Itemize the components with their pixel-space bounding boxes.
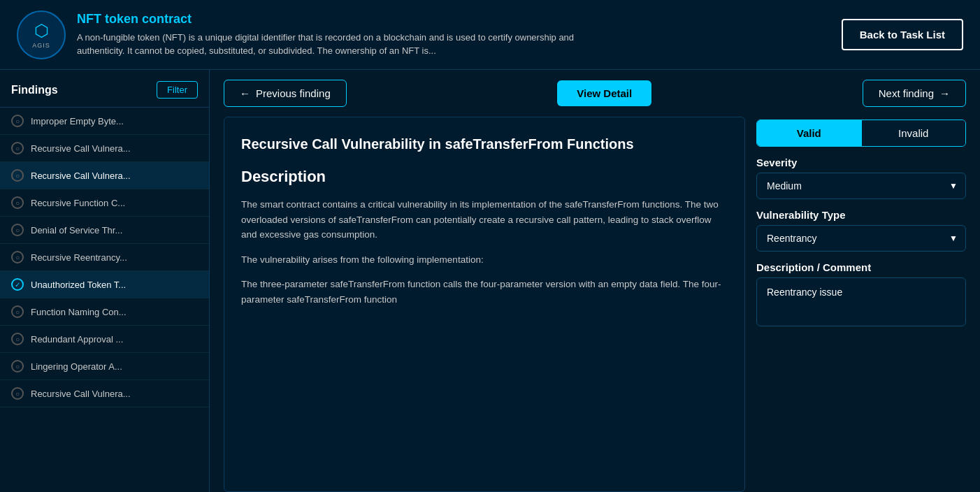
contract-description: A non-fungible token (NFT) is a unique d…	[77, 31, 622, 58]
header-info: NFT token contract A non-fungible token …	[77, 12, 622, 58]
next-finding-button[interactable]: Next finding →	[863, 80, 966, 107]
back-to-tasklist-button[interactable]: Back to Task List	[842, 19, 963, 50]
logo-text: AGIS	[32, 42, 50, 49]
right-panel: Valid Invalid Severity LowMediumHighCrit…	[756, 117, 966, 492]
severity-section: Severity LowMediumHighCritical ▼	[756, 157, 966, 199]
vuln-type-select[interactable]: ReentrancyInteger OverflowAccess Control…	[756, 225, 966, 252]
list-item-label: Lingering Operator A...	[31, 361, 122, 372]
list-item[interactable]: ○Redundant Approval ...	[0, 326, 209, 353]
comment-label: Description / Comment	[756, 261, 966, 273]
list-item-label: Recursive Reentrancy...	[31, 252, 127, 263]
finding-title: Recursive Call Vulnerability in safeTran…	[241, 134, 728, 154]
prev-label: Previous finding	[256, 87, 331, 99]
list-item-label: Recursive Call Vulnera...	[31, 389, 131, 399]
valid-button[interactable]: Valid	[757, 120, 861, 146]
finding-detail: Recursive Call Vulnerability in safeTran…	[224, 117, 745, 492]
severity-label: Severity	[756, 157, 966, 168]
clock-icon: ○	[11, 333, 24, 345]
finding-paragraph: The smart contract contains a critical v…	[241, 197, 728, 243]
list-item-label: Recursive Call Vulnera...	[31, 143, 131, 154]
previous-finding-button[interactable]: ← Previous finding	[224, 80, 347, 107]
vuln-type-label: Vulnerability Type	[756, 209, 966, 221]
nav-bar: ← Previous finding View Detail Next find…	[210, 70, 980, 117]
list-item[interactable]: ○Improper Empty Byte...	[0, 108, 209, 135]
vuln-type-section: Vulnerability Type ReentrancyInteger Ove…	[756, 209, 966, 252]
list-item[interactable]: ○Function Naming Con...	[0, 298, 209, 326]
logo-icon: ⬡	[34, 21, 49, 41]
list-item-label: Recursive Call Vulnera...	[31, 171, 131, 181]
validity-toggle[interactable]: Valid Invalid	[756, 120, 966, 147]
list-item-label: Redundant Approval ...	[31, 334, 123, 345]
list-item-label: Denial of Service Thr...	[31, 225, 122, 236]
list-item-label: Unauthorized Token T...	[31, 280, 126, 290]
clock-icon: ○	[11, 360, 24, 372]
header-left: ⬡ AGIS NFT token contract A non-fungible…	[17, 10, 622, 59]
vuln-type-select-wrapper[interactable]: ReentrancyInteger OverflowAccess Control…	[756, 225, 966, 252]
list-item[interactable]: ○Recursive Call Vulnera...	[0, 162, 209, 189]
list-item[interactable]: ○Recursive Function C...	[0, 189, 209, 217]
clock-icon: ○	[11, 196, 24, 209]
clock-icon: ○	[11, 305, 24, 318]
severity-select-wrapper[interactable]: LowMediumHighCritical ▼	[756, 173, 966, 199]
finding-section-title: Description	[241, 168, 728, 186]
finding-body: The smart contract contains a critical v…	[241, 197, 728, 308]
findings-list: ○Improper Empty Byte...○Recursive Call V…	[0, 108, 209, 492]
main-area: Findings Filter ○Improper Empty Byte...○…	[0, 70, 980, 492]
filter-button[interactable]: Filter	[157, 81, 198, 99]
list-item[interactable]: ○Recursive Call Vulnera...	[0, 135, 209, 162]
comment-section: Description / Comment	[756, 261, 966, 329]
list-item-label: Function Naming Con...	[31, 307, 127, 317]
content-area: ← Previous finding View Detail Next find…	[210, 70, 980, 492]
next-label: Next finding	[879, 87, 934, 99]
clock-icon: ○	[11, 142, 24, 154]
clock-icon: ○	[11, 115, 24, 127]
list-item-label: Improper Empty Byte...	[31, 116, 124, 126]
finding-paragraph: The three-parameter safeTransferFrom fun…	[241, 277, 728, 307]
sidebar-header: Findings Filter	[0, 70, 209, 108]
clock-icon: ○	[11, 387, 24, 400]
logo: ⬡ AGIS	[17, 10, 66, 59]
list-item[interactable]: ○Denial of Service Thr...	[0, 217, 209, 244]
invalid-button[interactable]: Invalid	[861, 120, 966, 146]
check-circle-icon: ✓	[11, 278, 24, 291]
list-item-label: Recursive Function C...	[31, 198, 125, 208]
clock-icon: ○	[11, 224, 24, 236]
sidebar: Findings Filter ○Improper Empty Byte...○…	[0, 70, 210, 492]
finding-paragraph: The vulnerability arises from the follow…	[241, 252, 728, 268]
clock-icon: ○	[11, 251, 24, 263]
header: ⬡ AGIS NFT token contract A non-fungible…	[0, 0, 980, 70]
sidebar-title: Findings	[11, 84, 58, 96]
view-detail-button[interactable]: View Detail	[557, 80, 651, 106]
arrow-left-icon: ←	[240, 87, 250, 99]
content-columns: Recursive Call Vulnerability in safeTran…	[210, 117, 980, 492]
comment-textarea[interactable]	[756, 277, 966, 326]
list-item[interactable]: ○Recursive Call Vulnera...	[0, 380, 209, 407]
arrow-right-icon: →	[939, 87, 950, 99]
contract-title: NFT token contract	[77, 12, 622, 27]
clock-icon: ○	[11, 169, 24, 182]
list-item[interactable]: ○Lingering Operator A...	[0, 353, 209, 380]
list-item[interactable]: ○Recursive Reentrancy...	[0, 244, 209, 271]
severity-select[interactable]: LowMediumHighCritical	[756, 173, 966, 199]
list-item[interactable]: ✓Unauthorized Token T...	[0, 271, 209, 298]
